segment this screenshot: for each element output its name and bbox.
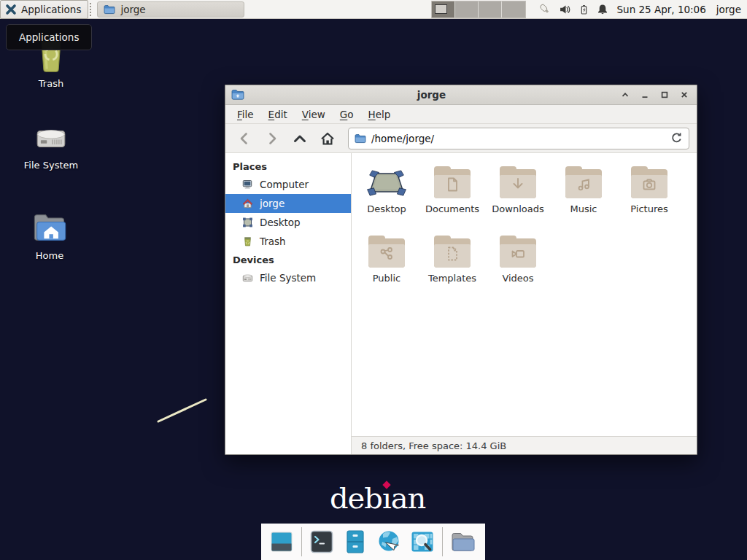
folder-window-icon [104,4,115,15]
terminal-icon [309,529,335,555]
reload-icon[interactable] [670,132,683,144]
folder-icon [449,529,476,555]
dock-separator [301,527,302,556]
cursor-trail-line [154,394,211,427]
folder-item-downloads[interactable]: Downloads [485,163,551,233]
panel-clock[interactable]: Sun 25 Apr, 10:06 [617,4,706,15]
dock [261,524,485,560]
toolbar [225,124,697,153]
back-button[interactable] [233,128,256,149]
desktop-icon-label: File System [24,160,78,171]
window-titlebar[interactable]: jorge [225,85,697,105]
computer-icon [241,179,254,190]
sidebar-item-file-system[interactable]: File System [225,268,351,287]
document-icon [443,175,462,194]
drive-icon [241,272,254,284]
desktop-icon-home[interactable]: Home [12,210,88,261]
minimize-button[interactable] [638,88,651,101]
home-icon [241,198,254,209]
folder-label: Downloads [492,203,543,214]
workspace-1[interactable] [432,1,455,18]
desktop-special-icon [366,166,407,199]
file-manager-launcher[interactable] [341,528,369,556]
up-button[interactable] [288,128,311,149]
desktop-icon-file-system[interactable]: File System [13,121,89,171]
web-browser-launcher[interactable] [375,528,403,556]
trash-icon [241,236,254,247]
window-body: Places Computer jorge [225,153,697,454]
folder-grid: Desktop Documents [352,153,697,436]
sidebar-item-label: Computer [260,179,309,190]
forward-button[interactable] [260,128,284,149]
sidebar-item-jorge[interactable]: jorge [225,194,351,213]
terminal-launcher[interactable] [308,528,336,556]
workspace-3[interactable] [479,1,502,18]
download-icon [508,175,527,194]
sidebar-item-label: Trash [260,236,286,247]
sidebar-item-desktop[interactable]: Desktop [225,213,351,232]
debian-logo-i: ı [382,481,391,515]
status-text: 8 folders, Free space: 14.4 GiB [361,440,506,451]
notifications-bell-icon[interactable] [597,4,608,15]
sidebar-item-label: File System [260,272,316,284]
audio-volume-icon[interactable] [559,4,571,15]
top-panel: Applications jorge [0,0,747,19]
folder-item-videos[interactable]: Videos [485,233,551,302]
menu-view[interactable]: View [295,106,333,123]
maximize-button[interactable] [658,88,671,101]
show-desktop-button[interactable] [268,528,295,556]
location-input[interactable] [371,133,665,144]
battery-charging-icon[interactable] [578,4,589,15]
applications-tooltip: Applications [6,24,92,50]
sidebar-item-computer[interactable]: Computer [225,175,351,194]
system-tray [538,3,608,15]
menu-bar: File Edit View Go Help [225,105,697,124]
folder-item-music[interactable]: Music [551,163,616,233]
applications-icon [5,4,17,15]
file-manager-window: jorge File Edit View Go Help [225,85,697,455]
shade-button[interactable] [619,88,632,101]
share-icon [377,244,396,263]
mouse-device-icon[interactable] [538,3,551,15]
close-button[interactable] [678,88,691,101]
folder-label: Documents [425,203,479,214]
window-title: jorge [244,89,619,101]
tooltip-text: Applications [19,31,79,43]
directory-menu-launcher[interactable] [449,528,476,556]
main-area: Desktop Documents [352,153,697,454]
folder-item-templates[interactable]: Templates [419,233,485,302]
menu-file[interactable]: File [230,106,261,123]
panel-username[interactable]: jorge [716,4,741,15]
folder-item-public[interactable]: Public [354,233,419,302]
taskbar-window-button[interactable]: jorge [97,1,244,18]
folder-item-desktop[interactable]: Desktop [354,163,419,233]
applications-menu-button[interactable]: Applications [0,0,88,19]
menu-go[interactable]: Go [333,106,361,123]
workspace-4[interactable] [502,1,525,18]
status-bar: 8 folders, Free space: 14.4 GiB [352,436,697,454]
folder-label: Pictures [630,203,667,214]
home-button[interactable] [316,128,339,149]
app-finder-launcher[interactable] [409,528,436,556]
desktop-icon-label: Trash [39,78,63,89]
workspace-switcher [431,1,526,18]
desktop-icon-label: Home [36,250,63,261]
folder-label: Public [373,273,400,284]
file-cabinet-icon [342,529,368,555]
sidebar: Places Computer jorge [225,153,352,454]
web-browser-globe-icon [376,529,402,555]
taskbar-window-label: jorge [120,4,145,15]
template-icon [443,244,462,263]
sidebar-header-places: Places [225,158,351,175]
workspace-2[interactable] [455,1,479,18]
folder-item-documents[interactable]: Documents [419,163,485,233]
menu-help[interactable]: Help [361,106,398,123]
folder-item-pictures[interactable]: Pictures [616,163,682,233]
sidebar-item-trash[interactable]: Trash [225,232,351,251]
folder-label: Desktop [367,203,406,214]
panel-handle[interactable] [90,3,93,16]
location-bar[interactable] [348,128,689,149]
music-icon [574,175,593,194]
dock-separator [442,527,443,556]
menu-edit[interactable]: Edit [261,106,295,123]
